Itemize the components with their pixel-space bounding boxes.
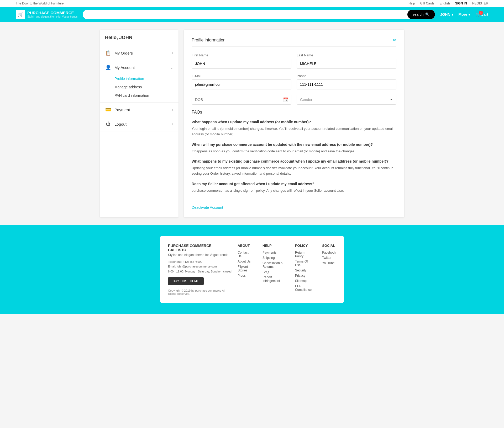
footer-youtube-link[interactable]: YouTube [322,261,336,265]
logout-label: Logout [114,122,127,126]
footer-report-link[interactable]: Report Infringement [262,275,285,283]
footer-faq-link[interactable]: FAQ [262,270,285,274]
header: 🛒 PURCHASE COMMERCE Stylish and elegant … [0,7,504,22]
footer-contact-us-link[interactable]: Contact Us [238,251,252,258]
account-chevron-down-icon: ⌄ [170,65,173,70]
logo[interactable]: 🛒 PURCHASE COMMERCE Stylish and elegant … [16,10,77,19]
footer-about-us-link[interactable]: About Us [238,260,252,263]
account-section: 👤 My Account ⌄ Profile information Manag… [100,60,178,103]
search-label: search [413,12,424,17]
footer-press-link[interactable]: Press [238,274,252,277]
dob-input[interactable] [192,95,291,105]
top-bar: The Door to the World of Furniture Help … [0,0,504,7]
cart-button[interactable]: 1 🛒 Cart [475,12,488,17]
footer-facebook-link[interactable]: Facebook [322,251,336,254]
sidebar-item-payment[interactable]: 💳 Payment › [100,103,178,117]
phone-group: Phone [297,74,396,89]
footer-return-policy-link[interactable]: Return Policy [295,251,312,258]
user-button[interactable]: JOHN ▾ [440,12,453,17]
first-name-input[interactable] [192,59,291,69]
gender-group: Gender Male Female Other [297,95,396,105]
footer-flipkart-stories-link[interactable]: Flipkart Stories [238,265,252,272]
account-label: My Account [114,65,135,70]
main-content: Hello, JOHN 📋 My Orders › 👤 My Account ⌄… [94,30,410,217]
sidebar-hello: Hello, JOHN [100,30,178,46]
footer-social-title: SOCIAL [322,244,336,248]
search-icon: 🔍 [425,12,430,17]
faq-item-2: When will my purchase commerce account b… [192,142,396,154]
first-name-group: First Name [192,53,291,69]
last-name-group: Last Name [297,53,396,69]
logo-title: PURCHASE COMMERCE [27,10,77,15]
logo-text: PURCHASE COMMERCE Stylish and elegant th… [27,10,77,18]
orders-label: My Orders [114,51,133,55]
first-name-label: First Name [192,53,291,57]
sign-in-link[interactable]: SIGN IN [455,2,467,5]
footer-terms-link[interactable]: Terms Of Use [295,260,312,267]
logout-icon: ⏻ [105,121,111,127]
logo-icon: 🛒 [16,10,25,19]
footer-privacy-link[interactable]: Privacy [295,274,312,277]
logout-chevron-icon: › [172,122,173,126]
dob-gender-row: 📅 Gender Male Female Other [192,95,396,105]
footer-epr-link[interactable]: EPR Compliance [295,284,312,292]
deactivate-account-link[interactable]: Deactivate Account [192,205,223,210]
user-name: JOHN [440,12,450,17]
footer-inner: PURCHASE COMMERCE - CALLISTO Stylish and… [160,236,344,303]
submenu-item-pan[interactable]: PAN card information [114,91,173,100]
footer-twitter-link[interactable]: Twitter [322,256,336,260]
footer-col-about: ABOUT Contact Us About Us Flipkart Stori… [238,244,252,293]
sidebar-item-orders[interactable]: 📋 My Orders › [100,46,178,60]
edit-icon[interactable]: ✏ [393,38,396,42]
footer: PURCHASE COMMERCE - CALLISTO Stylish and… [0,225,504,314]
help-link[interactable]: Help [408,2,415,5]
faq-answer-1: Your login email id (or mobile number) c… [192,126,396,137]
footer-policy-title: POLICY [295,244,312,248]
phone-label: Phone [297,74,396,78]
payment-label: Payment [114,108,130,112]
gift-cards-link[interactable]: Gift Cards [420,2,434,5]
search-button[interactable]: search 🔍 [407,10,435,19]
footer-payments-link[interactable]: Payments [262,251,285,254]
header-right: JOHN ▾ More ▾ 1 🛒 Cart [440,12,488,17]
sidebar-item-logout[interactable]: ⏻ Logout › [100,117,178,131]
faq-question-3: What happens to my existing purchase com… [192,159,396,163]
submenu-item-address[interactable]: Manage address [114,83,173,91]
footer-shipping-link[interactable]: Shipping [262,256,285,260]
faq-question-4: Does my Seller account get affected when… [192,182,396,186]
search-input[interactable] [83,10,407,19]
faq-item-1: What happens when I update my email addr… [192,120,396,137]
language-selector[interactable]: English [440,2,450,5]
footer-cancellation-link[interactable]: Cancellation & Returns [262,261,285,269]
last-name-input[interactable] [297,59,396,69]
footer-contact: Telephone: +12345678900 Email: john@purc… [168,259,232,274]
footer-links: ABOUT Contact Us About Us Flipkart Stori… [238,244,336,293]
sidebar-item-account[interactable]: 👤 My Account ⌄ [100,60,178,74]
sidebar: Hello, JOHN 📋 My Orders › 👤 My Account ⌄… [100,30,178,217]
footer-content: PURCHASE COMMERCE - CALLISTO Stylish and… [168,244,336,295]
footer-email: Email: john@purchasecommerce.com [168,264,232,269]
gender-select[interactable]: Gender Male Female Other [297,95,396,105]
footer-sitemap-link[interactable]: Sitemap [295,279,312,283]
dob-group: 📅 [192,95,291,105]
more-button[interactable]: More ▾ [459,12,470,17]
contact-row: E-Mail Phone [192,74,396,89]
submenu-item-profile[interactable]: Profile information [114,74,173,83]
buy-theme-button[interactable]: BUY THIS THEME [168,277,204,285]
profile-header: Profile information ✏ [192,38,396,47]
faq-item-3: What happens to my existing purchase com… [192,159,396,176]
account-icon: 👤 [105,64,111,71]
register-link[interactable]: REGISTER [472,2,488,5]
orders-chevron-icon: › [172,51,173,55]
faq-question-2: When will my purchase commerce account b… [192,142,396,147]
phone-input[interactable] [297,79,396,89]
top-bar-right: Help Gift Cards English SIGN IN REGISTER [408,2,488,5]
email-input[interactable] [192,79,291,89]
faq-answer-2: It happens as soon as you confirm the ve… [192,149,396,154]
tagline: The Door to the World of Furniture [16,2,64,5]
email-label: E-Mail [192,74,291,78]
footer-col-help: HELP Payments Shipping Cancellation & Re… [262,244,285,293]
more-label: More [459,12,467,17]
footer-security-link[interactable]: Security [295,269,312,272]
footer-copyright: Copyright © 2019 by purchase commerce Al… [168,289,232,295]
